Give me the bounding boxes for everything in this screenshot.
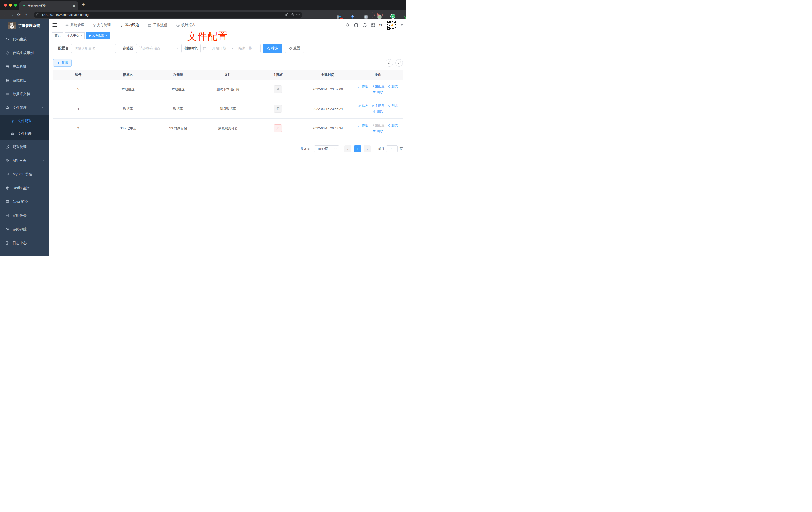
sidebar-logo[interactable]: 芋道管理系统: [0, 19, 49, 32]
sidebar-item-trace[interactable]: 链路追踪: [0, 222, 49, 236]
extension-yuque-icon[interactable]: y: [389, 14, 396, 19]
refresh-icon: [289, 47, 292, 50]
help-icon[interactable]: [362, 23, 367, 27]
browser-tab-strip: 芋道管理系统 ✕ +: [0, 0, 406, 10]
sidebar-item-code-example[interactable]: 代码生成示例: [0, 46, 49, 60]
red-annotation-text: 文件配置: [187, 29, 228, 43]
extension-star-icon[interactable]: [403, 14, 406, 19]
sidebar-item-file-config[interactable]: 文件配置: [0, 115, 49, 127]
tag-file-config[interactable]: 文件配置 ×: [86, 32, 110, 39]
github-icon[interactable]: [354, 23, 358, 27]
nav-workflow[interactable]: 工作流程: [145, 19, 170, 31]
briefcase-icon: [148, 24, 152, 27]
monitor-check-icon: [120, 24, 123, 27]
sidebar-item-db-doc[interactable]: 数据库文档: [0, 87, 49, 101]
cloud-download-icon: [5, 106, 9, 110]
extension-tampermonkey-icon[interactable]: 11: [336, 15, 342, 19]
table-search-toggle-button[interactable]: [385, 59, 393, 66]
chrome-update-button[interactable]: 更新: [371, 12, 382, 18]
table-header-row: 编号 配置名 存储器 备注 主配置 创建时间 操作: [53, 70, 403, 80]
sidebar-collapse-icon[interactable]: [52, 23, 57, 28]
sidebar-item-java-monitor[interactable]: Java 监控: [0, 195, 49, 209]
address-bar[interactable]: 127.0.0.1:1024/infra/file/file-config: [34, 12, 302, 18]
search-icon[interactable]: [345, 23, 350, 27]
sidebar-item-config-management[interactable]: 配置管理: [0, 140, 49, 154]
avatar-caret-icon[interactable]: [401, 24, 403, 26]
nav-infrastructure[interactable]: 基础设施: [117, 19, 141, 31]
url-text[interactable]: 127.0.0.1:1024/infra/file/file-config: [42, 13, 283, 17]
sidebar-item-system-api[interactable]: 系统接口: [0, 73, 49, 87]
edit-link[interactable]: 修改: [358, 104, 368, 108]
extension-kite-icon[interactable]: [349, 15, 356, 19]
gear-icon: [65, 24, 69, 27]
site-info-icon[interactable]: [36, 13, 40, 17]
name-filter-input[interactable]: [71, 44, 116, 53]
sidebar-item-mysql-monitor[interactable]: MySQL 监控: [0, 168, 49, 181]
delete-link[interactable]: 删除: [373, 90, 383, 94]
master-link-disabled[interactable]: 主配置: [371, 123, 384, 128]
test-link[interactable]: 测试: [387, 104, 398, 108]
font-size-icon[interactable]: tT: [379, 23, 382, 27]
date-filter-label: 创建时间: [184, 46, 198, 51]
storage-filter-select[interactable]: 请选择存储器: [136, 44, 181, 53]
nav-system-management[interactable]: 系统管理: [63, 19, 87, 31]
sidebar-item-log-center[interactable]: 日志中心: [0, 236, 49, 250]
search-icon: [387, 61, 391, 65]
top-navigation: 系统管理 ¥ 支付管理 基础设施 工作流程 统计报表: [61, 19, 200, 31]
bookmark-star-icon[interactable]: [296, 13, 300, 17]
share-icon[interactable]: [290, 13, 294, 17]
delete-link[interactable]: 删除: [373, 129, 383, 133]
extension-command-icon[interactable]: ⌘: [362, 15, 369, 19]
home-button[interactable]: ⌂: [23, 12, 29, 17]
window-minimize-button[interactable]: [9, 4, 12, 7]
page-size-select[interactable]: 10条/页: [314, 145, 339, 152]
goto-page-input[interactable]: [386, 145, 398, 152]
close-icon[interactable]: ×: [106, 34, 107, 37]
edit-link[interactable]: 修改: [358, 123, 368, 128]
forward-button[interactable]: →: [8, 12, 16, 17]
sidebar-item-file-management[interactable]: 文件管理: [0, 101, 49, 115]
password-key-icon[interactable]: [285, 13, 288, 17]
search-button[interactable]: 搜索: [263, 44, 282, 53]
delete-link[interactable]: 删除: [373, 110, 383, 114]
back-button[interactable]: ←: [1, 12, 8, 17]
window-zoom-button[interactable]: [14, 4, 17, 7]
next-page-button[interactable]: ›: [364, 145, 371, 152]
window-close-button[interactable]: [4, 4, 7, 7]
fullscreen-icon[interactable]: [371, 23, 375, 27]
sidebar-submenu-file: 文件配置 文件列表: [0, 115, 49, 140]
table-refresh-button[interactable]: [395, 59, 403, 66]
nav-payment-management[interactable]: ¥ 支付管理: [91, 19, 113, 31]
sidebar-item-api-log[interactable]: API 日志: [0, 154, 49, 168]
sidebar-item-file-list[interactable]: 文件列表: [0, 127, 49, 140]
tag-profile[interactable]: 个人中心 ×: [65, 32, 85, 39]
master-link[interactable]: 主配置: [371, 104, 384, 108]
prev-page-button[interactable]: ‹: [344, 145, 351, 152]
date-range-input[interactable]: 开始日期 - 结束日期: [200, 44, 261, 53]
close-icon[interactable]: ×: [81, 34, 82, 37]
add-button[interactable]: 新增: [53, 59, 71, 66]
sidebar-item-form-builder[interactable]: 表单构建: [0, 60, 49, 73]
sidebar-item-code-generation[interactable]: 代码生成: [0, 32, 49, 46]
edit-square-icon: [5, 145, 9, 149]
app-title: 芋道管理系统: [18, 24, 40, 28]
reload-button[interactable]: ⟳: [16, 12, 23, 17]
tag-home[interactable]: 首页: [52, 32, 63, 39]
test-link[interactable]: 测试: [387, 123, 398, 128]
master-link[interactable]: 主配置: [371, 85, 384, 89]
sidebar-item-scheduled-task[interactable]: 定时任务: [0, 209, 49, 222]
sidebar-item-redis-monitor[interactable]: Redis 监控: [0, 181, 49, 195]
test-link[interactable]: 测试: [387, 85, 398, 89]
browser-tab[interactable]: 芋道管理系统 ✕: [20, 1, 78, 10]
user-avatar-qr[interactable]: [386, 20, 397, 30]
pagination-total: 共 3 条: [300, 147, 310, 151]
new-tab-button[interactable]: +: [82, 2, 85, 8]
browser-menu-icon[interactable]: ⋮: [384, 12, 388, 17]
share-nodes-icon: [387, 104, 390, 108]
code-icon: [5, 37, 9, 41]
tab-title: 芋道管理系统: [28, 4, 70, 8]
reset-button[interactable]: 重置: [285, 44, 304, 53]
tab-close-icon[interactable]: ✕: [72, 4, 75, 8]
current-page-button[interactable]: 1: [354, 145, 361, 152]
edit-link[interactable]: 修改: [358, 85, 368, 89]
